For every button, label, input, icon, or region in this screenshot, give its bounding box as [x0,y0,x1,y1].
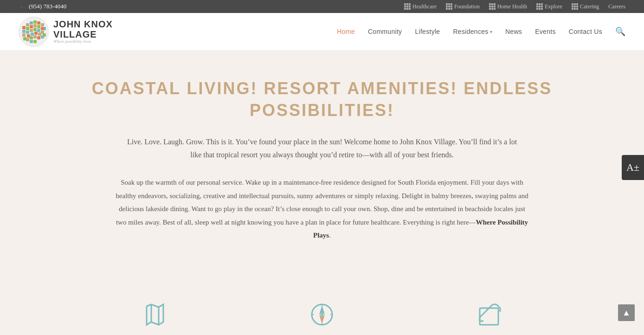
svg-rect-43 [480,308,498,325]
svg-rect-26 [41,35,44,39]
nav-link-home[interactable]: Home [337,28,355,35]
top-link-foundation[interactable]: Foundation [446,3,480,10]
svg-rect-5 [37,21,40,25]
top-link-careers[interactable]: Careers [608,3,625,10]
svg-rect-24 [34,32,38,35]
svg-rect-28 [30,36,33,39]
svg-rect-9 [26,27,29,30]
brand-name: JOHN KNOX [53,19,113,29]
scroll-top-button[interactable]: ▲ [618,304,635,321]
nav-item-community[interactable]: Community [368,27,402,36]
svg-rect-30 [37,36,40,39]
feature-card-1: WONDERFUL SERVICES AND AMENITIES [238,289,406,335]
svg-point-36 [321,313,323,316]
hero-title: COASTAL LIVING! RESORT AMENITIES! ENDLES… [46,78,598,122]
svg-rect-25 [38,32,41,36]
logo-text-block: JOHN KNOX VILLAGE Where possibility live… [53,19,113,44]
map-icon [138,298,172,335]
top-link-explore[interactable]: Explore [536,3,562,10]
compass-icon [305,298,339,335]
nav-item-news[interactable]: News [505,27,522,36]
logo-area[interactable]: JOHN KNOX VILLAGE Where possibility live… [19,17,113,47]
svg-rect-17 [33,28,37,31]
svg-line-47 [480,304,493,317]
top-link-healthcare[interactable]: Healthcare [404,3,437,10]
nav-item-home[interactable]: Home [337,27,355,36]
grid-icon-healthcare [404,3,411,10]
svg-rect-2 [26,23,29,26]
svg-rect-4 [33,20,37,24]
svg-rect-16 [30,29,33,32]
svg-rect-31 [30,40,33,43]
svg-rect-12 [37,25,40,28]
logo-svg [19,17,49,47]
nav-item-lifestyle[interactable]: Lifestyle [415,27,440,36]
search-button[interactable]: 🔍 [615,26,625,37]
hero-body: Soak up the warmth of our personal servi… [113,176,531,242]
svg-rect-6 [41,23,44,26]
svg-rect-11 [33,24,37,27]
nav-link-residences[interactable]: Residences [453,28,492,35]
top-link-catering[interactable]: Catering [572,3,599,10]
top-bar: 📞 (954) 783-4040 Healthcare Foundation H… [0,0,644,13]
nav-link-lifestyle[interactable]: Lifestyle [415,28,440,35]
nav-item-residences[interactable]: Residences [453,28,492,35]
svg-rect-1 [22,26,26,29]
svg-rect-23 [31,32,34,36]
svg-rect-27 [26,38,29,41]
main-nav: JOHN KNOX VILLAGE Where possibility live… [0,13,644,50]
top-links: Healthcare Foundation Home Health Explor… [404,3,625,10]
nav-item-contact[interactable]: Contact Us [569,27,602,36]
nav-search-item[interactable]: 🔍 [615,26,625,37]
svg-rect-21 [23,37,26,40]
nav-link-events[interactable]: Events [535,28,556,35]
brand-tagline: Where possibility lives [53,39,113,44]
nav-link-community[interactable]: Community [368,28,402,35]
svg-rect-18 [37,29,40,32]
svg-rect-15 [26,31,29,34]
svg-rect-3 [30,21,33,25]
hero-subtitle: Live. Love. Laugh. Grow. This is it. You… [122,135,522,162]
phone-area[interactable]: 📞 (954) 783-4040 [19,3,66,10]
grid-icon-homehealth [489,3,496,10]
nav-links: Home Community Lifestyle Residences News… [337,26,625,37]
features-section: FRESH COASTAL RESIDENCE DESIGNS WONDERFU… [0,265,644,335]
nav-link-contact[interactable]: Contact Us [569,28,602,35]
phone-icon: 📞 [19,3,26,10]
feature-card-0: FRESH COASTAL RESIDENCE DESIGNS [71,289,238,335]
svg-rect-8 [22,30,26,33]
svg-rect-29 [33,35,37,39]
accessibility-widget[interactable]: A± [622,155,644,180]
grid-icon-catering [572,3,578,10]
svg-rect-13 [41,27,44,30]
grid-icon-explore [536,3,543,10]
svg-rect-22 [27,34,30,38]
phone-number: (954) 783-4040 [29,3,66,10]
top-link-homehealth[interactable]: Home Health [489,3,527,10]
pencil-box-icon [472,298,506,335]
chevron-up-icon: ▲ [622,308,631,318]
svg-rect-19 [41,31,44,34]
grid-icon-foundation [446,3,452,10]
nav-link-news[interactable]: News [505,28,522,35]
brand-line2: VILLAGE [53,29,113,39]
svg-rect-32 [33,40,37,43]
svg-rect-14 [22,33,26,37]
hero-content: COASTAL LIVING! RESORT AMENITIES! ENDLES… [0,50,644,265]
svg-rect-10 [30,25,33,28]
feature-card-2: PLAN YOUR SOUTH FLORIDA RETIREMENT! [406,289,573,335]
nav-item-events[interactable]: Events [535,27,556,36]
